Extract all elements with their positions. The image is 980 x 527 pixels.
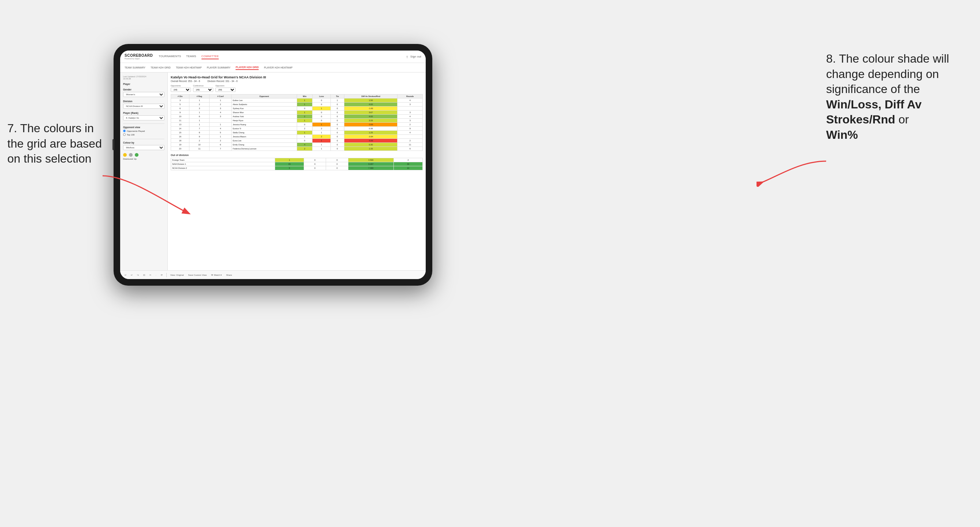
td-loss: 1 bbox=[312, 139, 331, 143]
radio-opponents-played[interactable]: Opponents Played bbox=[123, 130, 164, 132]
filter-opponent-select[interactable]: (All) bbox=[215, 87, 235, 92]
td-diff: 4.500 bbox=[348, 158, 394, 162]
th-reg: # Reg bbox=[189, 94, 210, 98]
td-tie: 0 bbox=[331, 135, 344, 139]
toolbar-redo[interactable]: ↪ bbox=[135, 273, 140, 277]
td-diff: -3.00 bbox=[344, 123, 397, 127]
td-name: Euna Lee bbox=[232, 139, 297, 143]
colour-dots bbox=[123, 153, 164, 157]
radio-opponents-played-input[interactable] bbox=[123, 130, 126, 132]
subnav-player-h2h-grid[interactable]: PLAYER H2H GRID bbox=[235, 65, 259, 70]
annotation-right: 8. The colour shade will change dependin… bbox=[826, 51, 973, 143]
table-row: 20 11 7 Federica Domecq Lacroze 2 1 0 1.… bbox=[171, 147, 423, 151]
subnav-player-h2h-heatmap[interactable]: PLAYER H2H HEATMAP bbox=[264, 65, 292, 70]
td-rounds: 2 bbox=[398, 123, 423, 127]
td-win: 0 bbox=[297, 123, 312, 127]
td-name: Stella Cheng bbox=[232, 131, 297, 135]
arrow-left-svg bbox=[99, 172, 191, 216]
sidebar-division-section: Division NCAA Division III bbox=[123, 100, 164, 109]
filter-opponent-label: Opponent bbox=[215, 84, 235, 87]
td-reg: 1 bbox=[189, 111, 210, 114]
td-win: 1 bbox=[297, 119, 312, 123]
td-div: 5 bbox=[171, 103, 189, 106]
toolbar-more[interactable]: · bbox=[154, 273, 158, 277]
subnav-player-summary[interactable]: PLAYER SUMMARY bbox=[207, 65, 231, 70]
td-conf: 4 bbox=[210, 111, 232, 114]
td-name: Eunice Yi bbox=[232, 127, 297, 131]
nav-sign-out[interactable]: Sign out bbox=[410, 54, 421, 59]
table-row: 5 2 2 Alexis Sudjianto 1 0 0 4.00 3 bbox=[171, 103, 423, 106]
toolbar-watch[interactable]: 👁 Watch ▾ bbox=[210, 273, 223, 277]
td-diff: 7.400 bbox=[348, 166, 394, 170]
nav-teams[interactable]: TEAMS bbox=[186, 54, 196, 59]
sidebar-division-select[interactable]: NCAA Division III bbox=[123, 104, 164, 109]
grid-title: Katelyn Vo Head-to-Head Grid for Women's… bbox=[171, 75, 423, 79]
nav-tournaments[interactable]: TOURNAMENTS bbox=[159, 54, 181, 59]
td-rounds: 9 bbox=[398, 127, 423, 131]
toolbar-view-original[interactable]: View: Original bbox=[169, 273, 185, 277]
toolbar-copy[interactable]: ⊡ bbox=[142, 273, 146, 277]
td-conf: 2 bbox=[210, 139, 232, 143]
toolbar-undo[interactable]: ↩ bbox=[123, 273, 128, 277]
td-diff: 1.50 bbox=[344, 98, 397, 103]
sidebar-player-rank-select[interactable]: 8. Katelyn Vo bbox=[123, 115, 164, 121]
toolbar-refresh[interactable]: ⟳ bbox=[159, 273, 164, 277]
td-div: 6 bbox=[171, 106, 189, 111]
subnav-team-h2h-grid[interactable]: TEAM H2H GRID bbox=[151, 65, 171, 70]
td-loss: 1 bbox=[312, 106, 331, 111]
table-row: 9 1 4 Sharon Mun 1 0 0 3.67 3 bbox=[171, 111, 423, 114]
td-name: Sharon Mun bbox=[232, 111, 297, 114]
td-loss: 0 bbox=[304, 166, 326, 170]
td-win: 2 bbox=[297, 147, 312, 151]
th-conf: # Conf bbox=[210, 94, 232, 98]
td-rounds: 11 bbox=[398, 143, 423, 147]
th-div: # Div bbox=[171, 94, 189, 98]
td-div: 15 bbox=[171, 131, 189, 135]
subnav-team-summary[interactable]: TEAM SUMMARY bbox=[124, 65, 145, 70]
td-loss: 2 bbox=[312, 135, 331, 139]
td-reg: 11 bbox=[189, 147, 210, 151]
tablet-side-button bbox=[113, 139, 114, 150]
td-reg: 6 bbox=[189, 114, 210, 119]
td-tie: 0 bbox=[331, 119, 344, 123]
radio-top-100[interactable]: Top 100 bbox=[123, 133, 164, 136]
toolbar-undo2[interactable]: ↩ bbox=[129, 273, 134, 277]
bottom-toolbar: ↩ ↩ ↪ ⊡ ✂ · ⟳ View: Original Save Custom… bbox=[120, 270, 426, 279]
td-name: Jessica Huang bbox=[232, 123, 297, 127]
td-name: Andrea York bbox=[232, 114, 297, 119]
td-win: 1 bbox=[297, 135, 312, 139]
td-rounds bbox=[398, 135, 423, 139]
td-conf: 1 bbox=[210, 135, 232, 139]
td-loss: 1 bbox=[312, 143, 331, 147]
td-reg: 8 bbox=[189, 131, 210, 135]
toolbar-save-custom[interactable]: Save Custom View bbox=[187, 273, 208, 277]
td-loss: 0 bbox=[312, 103, 331, 106]
td-div: 20 bbox=[171, 147, 189, 151]
filter-opponents-select[interactable]: (All) bbox=[171, 87, 191, 92]
table-row: 10 6 3 Andrea York 2 0 0 4.00 4 bbox=[171, 114, 423, 119]
toolbar-share[interactable]: Share bbox=[224, 273, 233, 277]
td-name: NCAA Division 2 bbox=[171, 166, 275, 170]
td-tie: 0 bbox=[331, 106, 344, 111]
sidebar-gender-select[interactable]: Women's bbox=[123, 92, 164, 97]
radio-top-100-input[interactable] bbox=[123, 133, 126, 136]
td-tie: 0 bbox=[331, 127, 344, 131]
logo-text: SCOREBOARD bbox=[124, 54, 153, 57]
sidebar-gender-section: Gender Women's bbox=[123, 88, 164, 97]
sidebar-colour-by-select[interactable]: Win/loss bbox=[123, 145, 164, 150]
td-name: Emily Chang bbox=[232, 143, 297, 147]
sidebar-player-rank-section: Player (Rank) 8. Katelyn Vo bbox=[123, 112, 164, 121]
grid-record: Overall Record: 353 - 34 - 6 Division Re… bbox=[171, 80, 423, 83]
td-diff: 3.67 bbox=[344, 111, 397, 114]
toolbar-cut[interactable]: ✂ bbox=[148, 273, 153, 277]
dot-down bbox=[123, 153, 127, 157]
td-div: 11 bbox=[171, 119, 189, 123]
nav-committee[interactable]: COMMITTEE bbox=[202, 54, 219, 59]
sidebar-division-label: Division bbox=[123, 100, 164, 103]
td-reg: 2 bbox=[189, 139, 210, 143]
td-name: Esther Lee bbox=[232, 98, 297, 103]
td-rounds: 3 bbox=[398, 111, 423, 114]
subnav-team-h2h-heatmap[interactable]: TEAM H2H HEATMAP bbox=[176, 65, 202, 70]
annotation-left: 7. The colours in the grid are based on … bbox=[7, 121, 106, 167]
filter-conference-select[interactable]: (All) bbox=[193, 87, 213, 92]
